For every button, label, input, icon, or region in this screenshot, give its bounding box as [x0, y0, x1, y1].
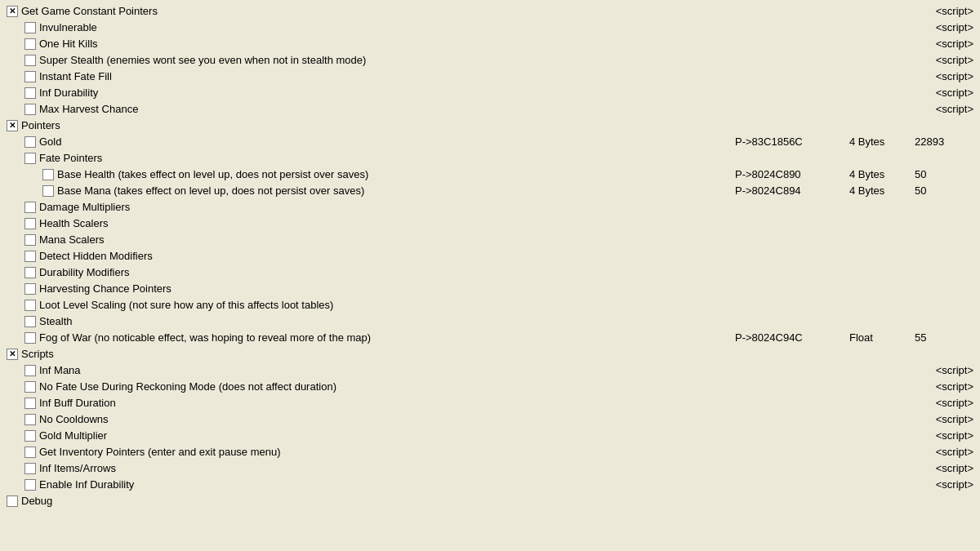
script-super-stealth: <script> [915, 53, 980, 68]
list-row-super-stealth: Super Stealth (enemies wont see you even… [0, 52, 980, 69]
checkbox-scripts[interactable] [7, 349, 18, 360]
checkbox-max-harvest-chance[interactable] [24, 104, 36, 115]
checkbox-health-scalers[interactable] [24, 218, 36, 229]
addr-fog-of-war: P->8024C94C [735, 331, 849, 345]
label-fate-pointers: Fate Pointers [39, 151, 735, 166]
checkbox-super-stealth[interactable] [24, 55, 36, 66]
list-row-invulnerable: Invulnerable<script> [0, 20, 980, 36]
list-row-no-fate-use: No Fate Use During Reckoning Mode (does … [0, 379, 980, 395]
list-row-instant-fate-fill: Instant Fate Fill<script> [0, 69, 980, 85]
checkbox-no-cooldowns[interactable] [24, 414, 36, 425]
script-get-game-constant-pointers: <script> [915, 4, 980, 19]
checkbox-mana-scalers[interactable] [24, 234, 36, 246]
script-no-fate-use: <script> [915, 380, 980, 394]
label-durability-modifiers: Durability Modifiers [39, 265, 735, 280]
label-one-hit-kills: One Hit Kills [39, 37, 670, 51]
label-fog-of-war: Fog of War (no noticable effect, was hop… [39, 331, 735, 345]
checkbox-gold[interactable] [24, 136, 36, 148]
list-row-loot-level-scaling: Loot Level Scaling (not sure how any of … [0, 297, 980, 313]
checkbox-get-inventory-pointers[interactable] [24, 447, 36, 458]
checkbox-pointers[interactable] [7, 120, 18, 131]
label-inf-buff-duration: Inf Buff Duration [39, 396, 670, 411]
checkbox-instant-fate-fill[interactable] [24, 71, 36, 82]
checkbox-base-mana[interactable] [42, 185, 54, 197]
script-inf-mana: <script> [915, 363, 980, 378]
label-base-mana: Base Mana (takes effect on level up, doe… [57, 184, 735, 198]
list-row-inf-buff-duration: Inf Buff Duration<script> [0, 395, 980, 411]
label-instant-fate-fill: Instant Fate Fill [39, 69, 670, 84]
type-fog-of-war: Float [849, 331, 915, 345]
label-mana-scalers: Mana Scalers [39, 233, 735, 247]
script-no-cooldowns: <script> [915, 412, 980, 427]
checkbox-invulnerable[interactable] [24, 22, 36, 33]
list-row-damage-multipliers: Damage Multipliers [0, 199, 980, 216]
list-row-stealth: Stealth [0, 313, 980, 330]
checkbox-damage-multipliers[interactable] [24, 202, 36, 213]
value-fog-of-war: 55 [915, 331, 980, 345]
label-inf-durability: Inf Durability [39, 86, 670, 100]
checkbox-loot-level-scaling[interactable] [24, 300, 36, 311]
label-invulnerable: Invulnerable [39, 20, 670, 35]
addr-base-mana: P->8024C894 [735, 184, 849, 198]
label-harvesting-chance-pointers: Harvesting Chance Pointers [39, 282, 735, 296]
label-no-cooldowns: No Cooldowns [39, 412, 670, 427]
checkbox-inf-durability[interactable] [24, 87, 36, 99]
list-row-pointers: Pointers [0, 118, 980, 134]
type-gold: 4 Bytes [849, 135, 915, 149]
checkbox-fate-pointers[interactable] [24, 153, 36, 164]
value-gold: 22893 [915, 135, 980, 149]
checkbox-detect-hidden-modifiers[interactable] [24, 251, 36, 262]
label-health-scalers: Health Scalers [39, 216, 735, 231]
label-pointers: Pointers [21, 118, 735, 133]
script-instant-fate-fill: <script> [915, 69, 980, 84]
script-get-inventory-pointers: <script> [915, 445, 980, 460]
checkbox-harvesting-chance-pointers[interactable] [24, 283, 36, 295]
list-row-max-harvest-chance: Max Harvest Chance<script> [0, 101, 980, 118]
list-row-one-hit-kills: One Hit Kills<script> [0, 36, 980, 52]
checkbox-inf-mana[interactable] [24, 365, 36, 376]
list-row-gold: GoldP->83C1856C4 Bytes22893 [0, 134, 980, 150]
label-debug: Debug [21, 494, 735, 509]
checkbox-get-game-constant-pointers[interactable] [7, 6, 18, 17]
checkbox-debug[interactable] [7, 495, 18, 507]
list-row-fog-of-war: Fog of War (no noticable effect, was hop… [0, 330, 980, 346]
checkbox-base-health[interactable] [42, 169, 54, 180]
list-row-no-cooldowns: No Cooldowns<script> [0, 411, 980, 428]
label-get-game-constant-pointers: Get Game Constant Pointers [21, 4, 670, 19]
checkbox-enable-inf-durability[interactable] [24, 479, 36, 491]
list-row-scripts: Scripts [0, 346, 980, 362]
checkbox-gold-multiplier[interactable] [24, 430, 36, 442]
list-row-base-mana: Base Mana (takes effect on level up, doe… [0, 183, 980, 199]
checkbox-no-fate-use[interactable] [24, 381, 36, 393]
label-enable-inf-durability: Enable Inf Durability [39, 478, 670, 492]
checkbox-durability-modifiers[interactable] [24, 267, 36, 278]
label-damage-multipliers: Damage Multipliers [39, 200, 735, 215]
addr-gold: P->83C1856C [735, 135, 849, 149]
script-enable-inf-durability: <script> [915, 478, 980, 492]
type-base-health: 4 Bytes [849, 167, 915, 182]
list-row-detect-hidden-modifiers: Detect Hidden Modifiers [0, 248, 980, 264]
type-base-mana: 4 Bytes [849, 184, 915, 198]
list-row-inf-items-arrows: Inf Items/Arrows<script> [0, 460, 980, 477]
list-row-get-inventory-pointers: Get Inventory Pointers (enter and exit p… [0, 444, 980, 460]
list-row-inf-durability: Inf Durability<script> [0, 85, 980, 101]
label-detect-hidden-modifiers: Detect Hidden Modifiers [39, 249, 735, 264]
list-row-debug: Debug [0, 493, 980, 509]
script-inf-buff-duration: <script> [915, 396, 980, 411]
list-row-gold-multiplier: Gold Multiplier<script> [0, 428, 980, 444]
label-max-harvest-chance: Max Harvest Chance [39, 102, 670, 117]
checkbox-inf-items-arrows[interactable] [24, 463, 36, 474]
checkbox-stealth[interactable] [24, 316, 36, 327]
script-invulnerable: <script> [915, 20, 980, 35]
checkbox-one-hit-kills[interactable] [24, 38, 36, 50]
checkbox-fog-of-war[interactable] [24, 332, 36, 344]
checkbox-inf-buff-duration[interactable] [24, 398, 36, 409]
script-inf-items-arrows: <script> [915, 461, 980, 476]
list-row-health-scalers: Health Scalers [0, 216, 980, 232]
list-row-mana-scalers: Mana Scalers [0, 232, 980, 248]
label-inf-items-arrows: Inf Items/Arrows [39, 461, 670, 476]
list-row-inf-mana: Inf Mana<script> [0, 362, 980, 379]
list-row-harvesting-chance-pointers: Harvesting Chance Pointers [0, 281, 980, 297]
script-max-harvest-chance: <script> [915, 102, 980, 117]
label-gold: Gold [39, 135, 735, 149]
